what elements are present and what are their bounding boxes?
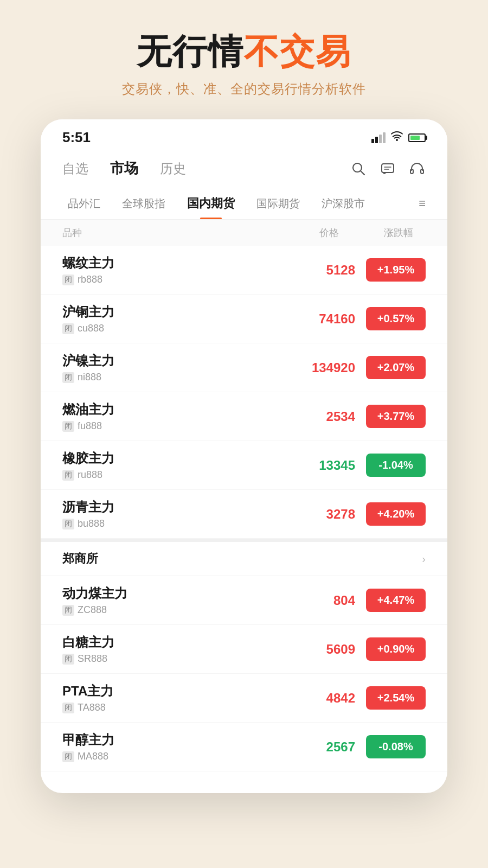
market-row[interactable]: PTA主力 闭 TA888 4842 +2.54% bbox=[41, 674, 447, 723]
row-right: 5609 +0.90% bbox=[301, 637, 426, 661]
row-right: 74160 +0.57% bbox=[301, 307, 426, 330]
change-badge: -1.04% bbox=[366, 454, 426, 477]
signal-icon bbox=[371, 132, 386, 143]
market-row[interactable]: 燃油主力 闭 fu888 2534 +3.77% bbox=[41, 392, 447, 441]
row-code: 闭 rb888 bbox=[62, 274, 114, 285]
row-code-text: ni888 bbox=[78, 372, 101, 383]
row-name: 螺纹主力 bbox=[62, 254, 114, 272]
table-header: 品种 价格 涨跌幅 bbox=[41, 220, 447, 246]
row-price: 74160 bbox=[301, 311, 355, 327]
change-badge: +0.57% bbox=[366, 307, 426, 330]
row-code: 闭 SR888 bbox=[62, 653, 114, 665]
category-tab-more-icon[interactable]: ≡ bbox=[413, 189, 431, 218]
category-tabs: 品外汇 全球股指 国内期货 国际期货 沪深股市 ≡ bbox=[41, 188, 447, 220]
row-name: 橡胶主力 bbox=[62, 450, 114, 467]
row-left: 沪铜主力 闭 cu888 bbox=[62, 303, 114, 334]
row-price: 3278 bbox=[301, 507, 355, 522]
row-code-text: SR888 bbox=[78, 653, 107, 665]
cat-tab-domestic-futures[interactable]: 国内期货 bbox=[176, 188, 246, 219]
nav-tab-zixuan[interactable]: 自选 bbox=[62, 158, 88, 180]
svg-rect-2 bbox=[382, 164, 394, 173]
row-left: 沪镍主力 闭 ni888 bbox=[62, 352, 114, 383]
market-row[interactable]: 白糖主力 闭 SR888 5609 +0.90% bbox=[41, 625, 447, 674]
row-left: 白糖主力 闭 SR888 bbox=[62, 634, 114, 665]
hero-title: 无行情不交易 bbox=[122, 33, 366, 71]
message-icon[interactable] bbox=[379, 160, 396, 177]
lock-badge: 闭 bbox=[62, 703, 74, 713]
svg-line-1 bbox=[361, 171, 364, 175]
row-price: 5128 bbox=[301, 263, 355, 278]
row-code-text: bu888 bbox=[78, 518, 105, 529]
row-name: 沪镍主力 bbox=[62, 352, 114, 369]
cat-tab-commodity-forex[interactable]: 品外汇 bbox=[57, 189, 111, 219]
status-bar: 5:51 bbox=[41, 119, 447, 151]
row-code-text: ZC888 bbox=[78, 604, 107, 616]
market-row[interactable]: 甲醇主力 闭 MA888 2567 -0.08% bbox=[41, 723, 447, 771]
zhengshang-title: 郑商所 bbox=[62, 551, 98, 567]
nav-tab-shichang[interactable]: 市场 bbox=[110, 157, 138, 180]
cat-tab-global-index[interactable]: 全球股指 bbox=[111, 189, 176, 219]
row-price: 2567 bbox=[301, 739, 355, 755]
market-row[interactable]: 动力煤主力 闭 ZC888 804 +4.47% bbox=[41, 576, 447, 625]
row-left: 动力煤主力 闭 ZC888 bbox=[62, 585, 127, 616]
row-code-text: cu888 bbox=[78, 323, 104, 334]
lock-badge: 闭 bbox=[62, 372, 74, 383]
status-time: 5:51 bbox=[62, 129, 91, 146]
th-variety: 品种 bbox=[62, 226, 82, 239]
row-code: 闭 MA888 bbox=[62, 751, 114, 762]
zhengshang-section-header[interactable]: 郑商所 › bbox=[41, 539, 447, 576]
row-code: 闭 cu888 bbox=[62, 323, 114, 334]
row-code: 闭 ru888 bbox=[62, 469, 114, 481]
row-code-text: rb888 bbox=[78, 274, 102, 285]
th-change: 涨跌幅 bbox=[371, 226, 426, 239]
change-badge: +2.54% bbox=[366, 686, 426, 710]
market-row[interactable]: 沥青主力 闭 bu888 3278 +4.20% bbox=[41, 490, 447, 539]
market-row[interactable]: 沪镍主力 闭 ni888 134920 +2.07% bbox=[41, 343, 447, 392]
headphone-icon[interactable] bbox=[408, 160, 426, 177]
row-price: 134920 bbox=[301, 360, 355, 375]
market-row[interactable]: 橡胶主力 闭 ru888 13345 -1.04% bbox=[41, 441, 447, 490]
change-badge: +3.77% bbox=[366, 405, 426, 428]
zhengshang-rows: 动力煤主力 闭 ZC888 804 +4.47% 白糖主力 闭 SR888 56… bbox=[41, 576, 447, 771]
search-icon[interactable] bbox=[350, 160, 367, 177]
th-right: 价格 涨跌幅 bbox=[319, 226, 426, 239]
change-badge: -0.08% bbox=[366, 735, 426, 758]
change-badge: +2.07% bbox=[366, 356, 426, 379]
row-right: 3278 +4.20% bbox=[301, 502, 426, 526]
row-code-text: TA888 bbox=[78, 702, 106, 713]
battery-icon bbox=[408, 133, 426, 142]
lock-badge: 闭 bbox=[62, 751, 74, 762]
row-price: 5609 bbox=[301, 642, 355, 657]
market-row[interactable]: 沪铜主力 闭 cu888 74160 +0.57% bbox=[41, 295, 447, 343]
status-icons bbox=[371, 131, 426, 144]
change-badge: +1.95% bbox=[366, 258, 426, 282]
nav-actions bbox=[350, 160, 426, 177]
row-price: 804 bbox=[301, 593, 355, 608]
row-name: 沥青主力 bbox=[62, 499, 114, 516]
nav-tab-lishi[interactable]: 历史 bbox=[160, 158, 186, 180]
cat-tab-intl-futures[interactable]: 国际期货 bbox=[246, 189, 311, 219]
lock-badge: 闭 bbox=[62, 654, 74, 665]
cat-tab-shenzhen[interactable]: 沪深股市 bbox=[311, 189, 376, 219]
row-code: 闭 TA888 bbox=[62, 702, 113, 713]
row-code: 闭 bu888 bbox=[62, 518, 114, 529]
row-right: 13345 -1.04% bbox=[301, 454, 426, 477]
row-name: 沪铜主力 bbox=[62, 303, 114, 321]
lock-badge: 闭 bbox=[62, 275, 74, 285]
wifi-icon bbox=[391, 131, 403, 144]
market-row[interactable]: 螺纹主力 闭 rb888 5128 +1.95% bbox=[41, 246, 447, 295]
lock-badge: 闭 bbox=[62, 605, 74, 616]
row-right: 804 +4.47% bbox=[301, 589, 426, 612]
row-right: 2534 +3.77% bbox=[301, 405, 426, 428]
change-badge: +0.90% bbox=[366, 637, 426, 661]
lock-badge: 闭 bbox=[62, 470, 74, 481]
row-right: 4842 +2.54% bbox=[301, 686, 426, 710]
hero-title-orange: 不交易 bbox=[244, 32, 351, 71]
chevron-right-icon: › bbox=[422, 553, 426, 565]
lock-badge: 闭 bbox=[62, 323, 74, 334]
row-right: 2567 -0.08% bbox=[301, 735, 426, 758]
row-name: 白糖主力 bbox=[62, 634, 114, 651]
row-name: PTA主力 bbox=[62, 682, 113, 700]
row-price: 4842 bbox=[301, 691, 355, 706]
row-price: 2534 bbox=[301, 409, 355, 424]
